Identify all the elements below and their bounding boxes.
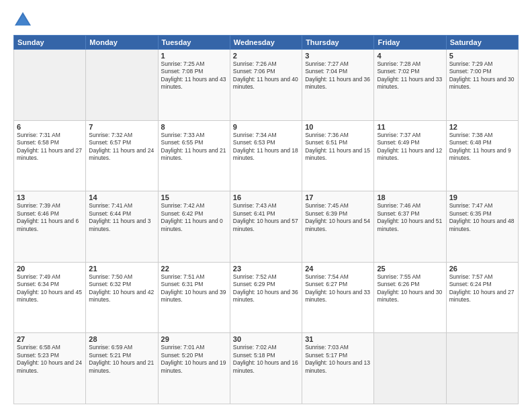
day-info: Sunrise: 7:45 AM Sunset: 6:39 PM Dayligh…	[305, 202, 371, 233]
day-cell: 1Sunrise: 7:25 AM Sunset: 7:08 PM Daylig…	[158, 50, 230, 121]
day-info: Sunrise: 7:34 AM Sunset: 6:53 PM Dayligh…	[233, 132, 299, 163]
calendar: SundayMondayTuesdayWednesdayThursdayFrid…	[13, 35, 519, 404]
day-info: Sunrise: 7:36 AM Sunset: 6:51 PM Dayligh…	[305, 132, 371, 163]
day-number: 11	[377, 123, 443, 131]
day-info: Sunrise: 7:54 AM Sunset: 6:27 PM Dayligh…	[305, 273, 371, 304]
day-info: Sunrise: 7:27 AM Sunset: 7:04 PM Dayligh…	[305, 60, 371, 91]
weekday-row: SundayMondayTuesdayWednesdayThursdayFrid…	[14, 36, 519, 50]
day-number: 16	[233, 193, 299, 201]
day-number: 17	[305, 193, 371, 201]
weekday-header: Tuesday	[158, 36, 230, 50]
day-cell: 4Sunrise: 7:28 AM Sunset: 7:02 PM Daylig…	[374, 50, 446, 121]
day-cell: 5Sunrise: 7:29 AM Sunset: 7:00 PM Daylig…	[446, 50, 518, 121]
day-info: Sunrise: 6:59 AM Sunset: 5:21 PM Dayligh…	[89, 344, 154, 375]
day-number: 8	[161, 123, 227, 131]
day-cell	[86, 50, 158, 121]
day-number: 1	[161, 52, 227, 60]
day-number: 31	[305, 335, 371, 343]
day-cell: 6Sunrise: 7:31 AM Sunset: 6:58 PM Daylig…	[14, 120, 86, 191]
day-number: 23	[233, 265, 299, 273]
day-cell: 21Sunrise: 7:50 AM Sunset: 6:32 PM Dayli…	[86, 262, 158, 333]
day-number: 9	[233, 123, 299, 131]
day-cell: 7Sunrise: 7:32 AM Sunset: 6:57 PM Daylig…	[86, 120, 158, 191]
day-number: 5	[449, 52, 515, 60]
day-cell	[446, 333, 518, 404]
day-info: Sunrise: 7:42 AM Sunset: 6:42 PM Dayligh…	[161, 202, 227, 233]
week-row: 27Sunrise: 6:58 AM Sunset: 5:23 PM Dayli…	[14, 333, 519, 404]
day-cell: 16Sunrise: 7:43 AM Sunset: 6:41 PM Dayli…	[230, 191, 302, 263]
day-cell: 26Sunrise: 7:57 AM Sunset: 6:24 PM Dayli…	[446, 262, 518, 333]
day-number: 30	[233, 335, 299, 343]
day-cell: 23Sunrise: 7:52 AM Sunset: 6:29 PM Dayli…	[230, 262, 302, 333]
day-info: Sunrise: 7:46 AM Sunset: 6:37 PM Dayligh…	[377, 202, 443, 233]
day-number: 3	[305, 52, 371, 60]
day-number: 25	[377, 265, 443, 273]
weekday-header: Saturday	[446, 36, 518, 50]
day-number: 6	[17, 123, 83, 131]
weekday-header: Friday	[374, 36, 446, 50]
day-number: 19	[449, 193, 515, 201]
day-number: 29	[161, 335, 227, 343]
day-cell: 14Sunrise: 7:41 AM Sunset: 6:44 PM Dayli…	[86, 191, 158, 263]
day-number: 2	[233, 52, 299, 60]
day-info: Sunrise: 7:03 AM Sunset: 5:17 PM Dayligh…	[305, 344, 371, 375]
day-cell: 2Sunrise: 7:26 AM Sunset: 7:06 PM Daylig…	[230, 50, 302, 121]
weekday-header: Thursday	[302, 36, 374, 50]
day-cell: 20Sunrise: 7:49 AM Sunset: 6:34 PM Dayli…	[14, 262, 86, 333]
day-info: Sunrise: 7:26 AM Sunset: 7:06 PM Dayligh…	[233, 60, 299, 91]
day-number: 20	[17, 265, 83, 273]
day-cell: 11Sunrise: 7:37 AM Sunset: 6:49 PM Dayli…	[374, 120, 446, 191]
day-info: Sunrise: 7:43 AM Sunset: 6:41 PM Dayligh…	[233, 202, 299, 233]
day-number: 14	[89, 193, 154, 201]
day-info: Sunrise: 7:01 AM Sunset: 5:20 PM Dayligh…	[161, 344, 227, 375]
day-info: Sunrise: 7:51 AM Sunset: 6:31 PM Dayligh…	[161, 273, 227, 304]
page: SundayMondayTuesdayWednesdayThursdayFrid…	[0, 0, 532, 411]
day-info: Sunrise: 7:38 AM Sunset: 6:48 PM Dayligh…	[449, 132, 515, 163]
week-row: 20Sunrise: 7:49 AM Sunset: 6:34 PM Dayli…	[14, 262, 519, 333]
day-cell	[14, 50, 86, 121]
day-info: Sunrise: 6:58 AM Sunset: 5:23 PM Dayligh…	[17, 344, 83, 375]
day-cell: 3Sunrise: 7:27 AM Sunset: 7:04 PM Daylig…	[302, 50, 374, 121]
day-cell: 19Sunrise: 7:47 AM Sunset: 6:35 PM Dayli…	[446, 191, 518, 263]
day-cell: 18Sunrise: 7:46 AM Sunset: 6:37 PM Dayli…	[374, 191, 446, 263]
day-number: 10	[305, 123, 371, 131]
weekday-header: Sunday	[14, 36, 86, 50]
day-number: 4	[377, 52, 443, 60]
day-cell: 12Sunrise: 7:38 AM Sunset: 6:48 PM Dayli…	[446, 120, 518, 191]
weekday-header: Wednesday	[230, 36, 302, 50]
day-number: 18	[377, 193, 443, 201]
day-cell: 15Sunrise: 7:42 AM Sunset: 6:42 PM Dayli…	[158, 191, 230, 263]
day-info: Sunrise: 7:39 AM Sunset: 6:46 PM Dayligh…	[17, 202, 83, 233]
day-cell: 29Sunrise: 7:01 AM Sunset: 5:20 PM Dayli…	[158, 333, 230, 404]
day-cell: 22Sunrise: 7:51 AM Sunset: 6:31 PM Dayli…	[158, 262, 230, 333]
day-number: 22	[161, 265, 227, 273]
day-cell	[374, 333, 446, 404]
week-row: 13Sunrise: 7:39 AM Sunset: 6:46 PM Dayli…	[14, 191, 519, 263]
week-row: 1Sunrise: 7:25 AM Sunset: 7:08 PM Daylig…	[14, 50, 519, 121]
day-cell: 13Sunrise: 7:39 AM Sunset: 6:46 PM Dayli…	[14, 191, 86, 263]
day-info: Sunrise: 7:32 AM Sunset: 6:57 PM Dayligh…	[89, 132, 154, 163]
week-row: 6Sunrise: 7:31 AM Sunset: 6:58 PM Daylig…	[14, 120, 519, 191]
day-info: Sunrise: 7:28 AM Sunset: 7:02 PM Dayligh…	[377, 60, 443, 91]
day-info: Sunrise: 7:29 AM Sunset: 7:00 PM Dayligh…	[449, 60, 515, 91]
day-number: 26	[449, 265, 515, 273]
header	[13, 11, 519, 30]
weekday-header: Monday	[86, 36, 158, 50]
day-info: Sunrise: 7:50 AM Sunset: 6:32 PM Dayligh…	[89, 273, 154, 304]
calendar-body: 1Sunrise: 7:25 AM Sunset: 7:08 PM Daylig…	[14, 50, 519, 404]
day-info: Sunrise: 7:33 AM Sunset: 6:55 PM Dayligh…	[161, 132, 227, 163]
day-cell: 8Sunrise: 7:33 AM Sunset: 6:55 PM Daylig…	[158, 120, 230, 191]
day-cell: 31Sunrise: 7:03 AM Sunset: 5:17 PM Dayli…	[302, 333, 374, 404]
day-cell: 10Sunrise: 7:36 AM Sunset: 6:51 PM Dayli…	[302, 120, 374, 191]
day-cell: 24Sunrise: 7:54 AM Sunset: 6:27 PM Dayli…	[302, 262, 374, 333]
day-cell: 25Sunrise: 7:55 AM Sunset: 6:26 PM Dayli…	[374, 262, 446, 333]
logo-icon	[13, 11, 32, 30]
day-info: Sunrise: 7:52 AM Sunset: 6:29 PM Dayligh…	[233, 273, 299, 304]
day-info: Sunrise: 7:49 AM Sunset: 6:34 PM Dayligh…	[17, 273, 83, 304]
logo	[13, 11, 35, 30]
day-number: 24	[305, 265, 371, 273]
day-cell: 17Sunrise: 7:45 AM Sunset: 6:39 PM Dayli…	[302, 191, 374, 263]
day-info: Sunrise: 7:55 AM Sunset: 6:26 PM Dayligh…	[377, 273, 443, 304]
day-cell: 9Sunrise: 7:34 AM Sunset: 6:53 PM Daylig…	[230, 120, 302, 191]
day-info: Sunrise: 7:31 AM Sunset: 6:58 PM Dayligh…	[17, 132, 83, 163]
